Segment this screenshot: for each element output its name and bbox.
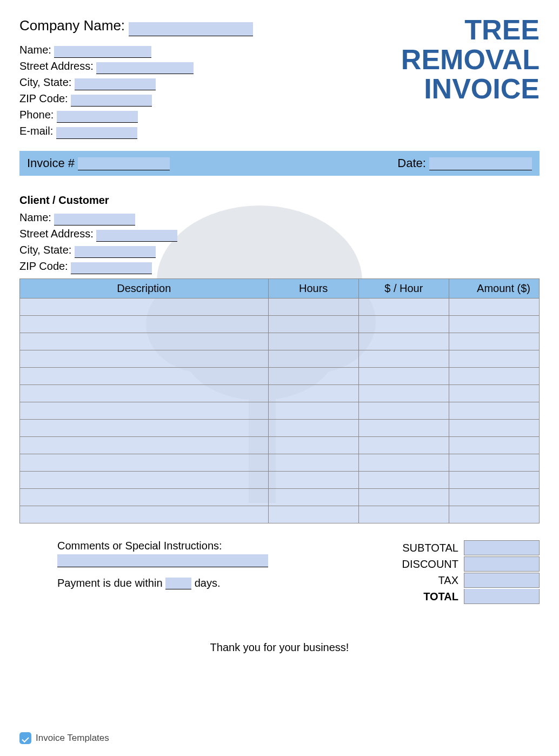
cell-amount[interactable] (449, 437, 539, 454)
cell-hours[interactable] (268, 472, 358, 489)
client-name-input[interactable] (54, 214, 135, 226)
cell-rate[interactable] (358, 402, 449, 420)
cell-hours[interactable] (268, 385, 358, 402)
client-zip-input[interactable] (71, 262, 152, 274)
footer-text: Invoice Templates (36, 733, 109, 744)
cell-rate[interactable] (358, 316, 449, 333)
zip-input[interactable] (71, 95, 152, 107)
cell-description[interactable] (20, 316, 269, 333)
table-row (20, 420, 540, 437)
discount-value[interactable] (464, 556, 540, 572)
discount-label: DISCOUNT (367, 558, 464, 571)
client-street-input[interactable] (96, 230, 177, 242)
cell-rate[interactable] (358, 420, 449, 437)
phone-input[interactable] (57, 111, 138, 123)
table-row (20, 333, 540, 350)
date-input[interactable] (429, 157, 532, 170)
thank-you: Thank you for your business! (19, 641, 540, 654)
cell-amount[interactable] (449, 350, 539, 368)
cell-description[interactable] (20, 333, 269, 350)
cell-rate[interactable] (358, 350, 449, 368)
cell-amount[interactable] (449, 299, 539, 316)
cell-description[interactable] (20, 385, 269, 402)
table-row (20, 472, 540, 489)
cell-rate[interactable] (358, 437, 449, 454)
tax-label: TAX (367, 574, 464, 587)
cell-rate[interactable] (358, 472, 449, 489)
cell-hours[interactable] (268, 299, 358, 316)
cell-amount[interactable] (449, 368, 539, 385)
street-input[interactable] (96, 62, 194, 74)
cell-description[interactable] (20, 437, 269, 454)
company-block: Company Name: Name: Street Address: City… (19, 15, 253, 139)
comments-input[interactable] (57, 554, 268, 567)
cell-amount[interactable] (449, 316, 539, 333)
payment-days-input[interactable] (165, 578, 191, 589)
cell-amount[interactable] (449, 385, 539, 402)
table-row (20, 454, 540, 472)
city-state-label: City, State: (19, 76, 71, 88)
cell-rate[interactable] (358, 333, 449, 350)
cell-hours[interactable] (268, 350, 358, 368)
name-label: Name: (19, 44, 51, 56)
cell-description[interactable] (20, 368, 269, 385)
invoice-num-input[interactable] (78, 157, 170, 170)
cell-hours[interactable] (268, 489, 358, 506)
cell-description[interactable] (20, 350, 269, 368)
tax-value[interactable] (464, 573, 540, 588)
cell-amount[interactable] (449, 420, 539, 437)
name-input[interactable] (54, 46, 151, 58)
cell-amount[interactable] (449, 472, 539, 489)
cell-rate[interactable] (358, 506, 449, 523)
cell-amount[interactable] (449, 402, 539, 420)
col-hours: Hours (268, 279, 358, 299)
cell-amount[interactable] (449, 454, 539, 472)
cell-hours[interactable] (268, 316, 358, 333)
date-label: Date: (397, 156, 426, 170)
cell-rate[interactable] (358, 385, 449, 402)
email-input[interactable] (56, 127, 137, 139)
table-row (20, 437, 540, 454)
cell-description[interactable] (20, 506, 269, 523)
table-row (20, 402, 540, 420)
page-title: TREE REMOVAL INVOICE (401, 15, 540, 139)
cell-description[interactable] (20, 472, 269, 489)
cell-amount[interactable] (449, 506, 539, 523)
cell-description[interactable] (20, 299, 269, 316)
subtotal-value[interactable] (464, 540, 540, 555)
cell-amount[interactable] (449, 489, 539, 506)
total-label: TOTAL (367, 591, 464, 603)
payment-suffix: days. (195, 577, 221, 589)
line-items-table: Description Hours $ / Hour Amount ($) (19, 278, 540, 523)
cell-hours[interactable] (268, 454, 358, 472)
cell-description[interactable] (20, 402, 269, 420)
invoice-bar: Invoice # Date: (19, 151, 540, 176)
invoice-num-label: Invoice # (27, 156, 75, 170)
col-description: Description (20, 279, 269, 299)
cell-description[interactable] (20, 454, 269, 472)
cell-hours[interactable] (268, 368, 358, 385)
cell-description[interactable] (20, 489, 269, 506)
comments-label: Comments or Special Instructions: (57, 540, 367, 552)
client-city-state-input[interactable] (75, 246, 156, 258)
cell-hours[interactable] (268, 506, 358, 523)
zip-label: ZIP Code: (19, 92, 68, 104)
city-state-input[interactable] (75, 78, 156, 90)
cell-hours[interactable] (268, 437, 358, 454)
cell-hours[interactable] (268, 420, 358, 437)
cell-rate[interactable] (358, 299, 449, 316)
cell-description[interactable] (20, 420, 269, 437)
cell-hours[interactable] (268, 402, 358, 420)
title-line3: INVOICE (401, 74, 540, 104)
subtotal-label: SUBTOTAL (367, 542, 464, 554)
cell-amount[interactable] (449, 333, 539, 350)
payment-prefix: Payment is due within (57, 577, 163, 589)
cell-rate[interactable] (358, 454, 449, 472)
cell-rate[interactable] (358, 368, 449, 385)
total-value[interactable] (464, 589, 540, 604)
client-name-label: Name: (19, 211, 51, 223)
cell-rate[interactable] (358, 489, 449, 506)
company-name-input[interactable] (129, 22, 253, 36)
client-block: Client / Customer Name: Street Address: … (19, 192, 540, 274)
cell-hours[interactable] (268, 333, 358, 350)
